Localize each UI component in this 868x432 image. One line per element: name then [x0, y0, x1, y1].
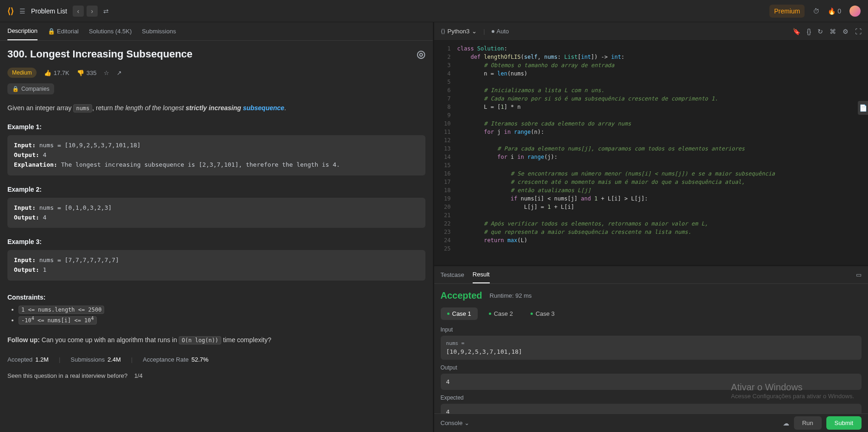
premium-button[interactable]: Premium — [769, 5, 805, 18]
constraint-item: 1 <= nums.length <= 2500 — [19, 306, 425, 313]
difficulty-badge: Medium — [7, 68, 37, 78]
output-label: Output — [441, 364, 862, 371]
status-dot-icon — [489, 313, 491, 315]
subsequence-link[interactable]: subsequence — [243, 104, 284, 112]
expected-label: Expected — [441, 394, 862, 401]
lock-icon: 🔒 — [48, 28, 55, 35]
console-bar: Console ⌄ ☁ Run Submit — [434, 413, 868, 432]
fullscreen-icon[interactable]: ⛶ — [855, 28, 862, 35]
input-block: nums = [10,9,2,5,3,7,101,18] — [441, 336, 862, 360]
favorite-icon[interactable]: ☆ — [104, 69, 109, 76]
input-value: [10,9,2,5,3,7,101,18] — [446, 348, 856, 355]
followup-text: Follow up: Can you come up with an algor… — [7, 335, 425, 345]
problem-title: 300. Longest Increasing Subsequence — [7, 48, 193, 60]
status-dot-icon — [447, 313, 450, 315]
problem-content: 300. Longest Increasing Subsequence ◎ Me… — [0, 41, 433, 432]
code-editor[interactable]: 1234567891011121314151617181920212223242… — [434, 41, 868, 265]
nav-arrows: ‹ › — [73, 6, 98, 17]
companies-button[interactable]: 🔒Companies — [7, 83, 54, 94]
right-panel: ⟨⟩ Python3 ⌄ | Auto 🔖 {} ↻ ⌘ ⚙ ⛶ 1234567… — [434, 22, 868, 432]
tab-submissions[interactable]: Submissions — [142, 22, 176, 40]
main-split: Description 🔒Editorial Solutions (4.5K) … — [0, 22, 868, 432]
braces-icon[interactable]: {} — [807, 28, 811, 35]
tab-editorial[interactable]: 🔒Editorial — [48, 22, 79, 40]
constraints-title: Constraints: — [7, 294, 425, 301]
status-dot-icon — [492, 30, 494, 33]
avatar[interactable] — [849, 6, 861, 17]
submissions-stat: Submissions2.4M — [71, 356, 121, 363]
case-3-tab[interactable]: Case 3 — [524, 307, 561, 320]
runtime-text: Runtime: 92 ms — [490, 292, 532, 299]
stats-footer: Accepted1.2M | Submissions2.4M | Accepta… — [7, 356, 425, 363]
share-icon[interactable]: ↗ — [117, 69, 122, 76]
acceptance-rate-stat: Acceptance Rate52.7% — [143, 356, 209, 363]
output-block: 4 — [441, 374, 862, 390]
input-label: Input — [441, 326, 862, 333]
likes-stat[interactable]: 👍 17.7K — [44, 69, 69, 76]
tab-result[interactable]: Result — [473, 266, 490, 283]
submit-button[interactable]: Submit — [826, 416, 862, 430]
case-2-tab[interactable]: Case 2 — [482, 307, 519, 320]
status-dot-icon — [531, 313, 533, 315]
example-2-block: Input: nums = [0,1,0,3,2,3] Output: 4 — [7, 198, 425, 228]
hint-icon[interactable]: ◎ — [417, 48, 425, 60]
shuffle-icon[interactable]: ⇄ — [103, 7, 109, 15]
console-toggle[interactable]: Console ⌄ — [441, 419, 470, 426]
editor-icons: 🔖 {} ↻ ⌘ ⚙ ⛶ — [793, 28, 862, 35]
next-problem-button[interactable]: › — [87, 6, 98, 17]
top-bar: ⟨⟩ ☰ Problem List ‹ › ⇄ Premium ⏱ 🔥 0 — [0, 0, 868, 22]
tab-solutions[interactable]: Solutions (4.5K) — [89, 22, 132, 40]
logo-icon[interactable]: ⟨⟩ — [7, 6, 14, 16]
reset-icon[interactable]: ↻ — [818, 28, 823, 35]
status-row: Accepted Runtime: 92 ms — [441, 290, 862, 301]
chevron-down-icon: ⌄ — [464, 419, 469, 426]
left-panel: Description 🔒Editorial Solutions (4.5K) … — [0, 22, 434, 432]
case-1-tab[interactable]: Case 1 — [441, 307, 478, 320]
problem-list-link[interactable]: Problem List — [31, 7, 67, 15]
tab-testcase[interactable]: Testcase — [441, 266, 464, 283]
top-left-group: ⟨⟩ ☰ Problem List ‹ › ⇄ — [7, 6, 109, 17]
dislikes-stat[interactable]: 👎 335 — [77, 69, 97, 76]
case-tabs: Case 1 Case 2 Case 3 — [441, 307, 862, 320]
lock-icon: 🔒 — [12, 86, 19, 92]
accepted-stat: Accepted1.2M — [7, 356, 49, 363]
run-button[interactable]: Run — [794, 416, 822, 430]
minimize-icon[interactable]: ▭ — [856, 271, 862, 278]
bottom-section: Testcase Result ▭ Accepted Runtime: 92 m… — [434, 265, 868, 432]
streak-icon[interactable]: 🔥 0 — [828, 7, 841, 15]
autocomplete-toggle[interactable]: Auto — [492, 28, 509, 35]
example-1-label: Example 1: — [7, 123, 425, 131]
timer-icon[interactable]: ⏱ — [813, 7, 819, 15]
editor-header: ⟨⟩ Python3 ⌄ | Auto 🔖 {} ↻ ⌘ ⚙ ⛶ — [434, 22, 868, 41]
settings-icon[interactable]: ⚙ — [843, 28, 849, 35]
retrieve-icon[interactable]: ⌘ — [830, 28, 836, 35]
problem-title-row: 300. Longest Increasing Subsequence ◎ — [7, 48, 425, 60]
interview-question: Seen this question in a real interview b… — [7, 372, 425, 379]
constraint-item: -104 <= nums[i] <= 104 — [19, 316, 425, 324]
expected-block: 4 — [441, 404, 862, 413]
meta-row: Medium 👍 17.7K 👎 335 ☆ ↗ — [7, 68, 425, 78]
bookmark-icon[interactable]: 🔖 — [793, 28, 800, 35]
problem-description: Given an integer array nums, return the … — [7, 103, 425, 113]
result-tabs: Testcase Result ▭ — [434, 266, 868, 284]
code-body[interactable]: class Solution: def lengthOfLIS(self, nu… — [455, 41, 868, 265]
chevron-down-icon: ⌄ — [472, 28, 477, 35]
language-selector[interactable]: ⟨⟩ Python3 ⌄ — [441, 28, 477, 35]
status-badge: Accepted — [441, 290, 482, 301]
example-3-label: Example 3: — [7, 238, 425, 245]
menu-icon[interactable]: ☰ — [19, 7, 25, 15]
tab-description[interactable]: Description — [7, 22, 37, 40]
top-right-group: Premium ⏱ 🔥 0 — [769, 5, 861, 18]
constraints-list: 1 <= nums.length <= 2500 -104 <= nums[i]… — [7, 306, 425, 324]
line-gutter: 1234567891011121314151617181920212223242… — [434, 41, 455, 265]
prev-problem-button[interactable]: ‹ — [73, 6, 84, 17]
example-2-label: Example 2: — [7, 186, 425, 193]
action-buttons: ☁ Run Submit — [783, 416, 862, 430]
example-1-block: Input: nums = [10,9,2,5,3,7,101,18] Outp… — [7, 135, 425, 175]
left-tabs: Description 🔒Editorial Solutions (4.5K) … — [0, 22, 433, 41]
cloud-icon[interactable]: ☁ — [783, 419, 789, 427]
editor-header-left: ⟨⟩ Python3 ⌄ | Auto — [441, 28, 509, 35]
side-handle-icon[interactable]: 📄 — [858, 101, 868, 115]
example-3-block: Input: nums = [7,7,7,7,7,7,7] Output: 1 — [7, 250, 425, 281]
result-body: Accepted Runtime: 92 ms Case 1 Case 2 Ca… — [434, 284, 868, 413]
